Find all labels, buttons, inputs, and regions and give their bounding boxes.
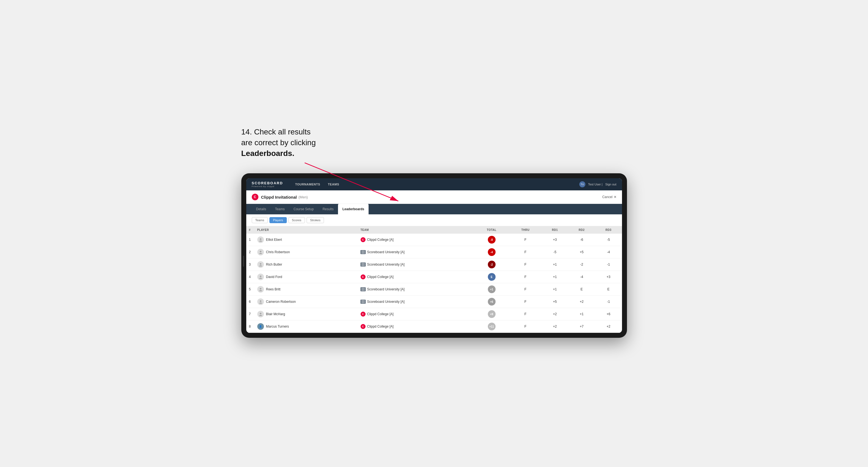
outer-wrapper: 14. Check all results are correct by cli… <box>241 129 627 338</box>
svg-point-11 <box>259 290 262 291</box>
rd1-cell: +1 <box>541 258 568 271</box>
col-rd1: RD1 <box>541 226 568 234</box>
table-row: 1Elliot EbertCClippd College [A]-8F+3-6-… <box>246 234 622 246</box>
svg-point-15 <box>259 315 262 316</box>
team-icon: C <box>361 274 366 279</box>
team-cell: CClippd College [A] <box>358 320 474 333</box>
player-avatar <box>257 249 264 255</box>
rd3-cell: E <box>595 283 622 295</box>
table-row: 2Chris RobertsonScoreboard University [A… <box>246 246 622 258</box>
rd3-cell: -4 <box>595 246 622 258</box>
team-cell: Scoreboard University [A] <box>358 258 474 271</box>
leaderboard-table: # PLAYER TEAM TOTAL THRU RD1 RD2 RD3 1El… <box>246 226 622 333</box>
team-cell: CClippd College [A] <box>358 234 474 246</box>
nav-teams[interactable]: TEAMS <box>324 178 343 190</box>
tablet-side-button <box>243 256 244 267</box>
rank-cell: 4 <box>246 271 254 283</box>
total-cell: -2 <box>474 258 509 271</box>
player-avatar <box>257 311 264 317</box>
svg-point-12 <box>260 300 261 302</box>
rd3-cell: -1 <box>595 258 622 271</box>
filter-players[interactable]: Players <box>270 217 287 223</box>
tab-leaderboards[interactable]: Leaderboards <box>338 204 369 214</box>
rd1-cell: +1 <box>541 271 568 283</box>
rd3-cell: -1 <box>595 295 622 308</box>
player-cell: David Ford <box>254 271 358 283</box>
rd1-cell: +5 <box>541 295 568 308</box>
instruction-line1: 14. Check all results <box>241 128 311 136</box>
team-icon <box>361 300 366 304</box>
thru-cell: F <box>509 283 541 295</box>
team-cell: Scoreboard University [A] <box>358 246 474 258</box>
score-badge: +6 <box>488 298 496 306</box>
filter-teams[interactable]: Teams <box>252 217 268 223</box>
team-cell: Scoreboard University [A] <box>358 295 474 308</box>
player-cell: Rees Britt <box>254 283 358 295</box>
rank-cell: 7 <box>246 308 254 320</box>
rd3-cell: +6 <box>595 308 622 320</box>
filter-strokes[interactable]: Strokes <box>307 217 324 223</box>
team-name: Scoreboard University [A] <box>367 287 405 291</box>
rd3-cell: -5 <box>595 234 622 246</box>
rd1-cell: +2 <box>541 308 568 320</box>
score-badge: +11 <box>488 323 496 330</box>
col-thru: THRU <box>509 226 541 234</box>
thru-cell: F <box>509 295 541 308</box>
signout-button[interactable]: Sign out <box>605 183 616 186</box>
tournament-icon: C <box>252 194 258 200</box>
app-header: SCOREBOARD Powered by clippd TOURNAMENTS… <box>246 178 622 190</box>
rank-cell: 2 <box>246 246 254 258</box>
col-team: TEAM <box>358 226 474 234</box>
svg-point-5 <box>259 253 262 254</box>
cancel-button[interactable]: Cancel ✕ <box>602 195 616 199</box>
player-cell: Chris Robertson <box>254 246 358 258</box>
rd1-cell: +3 <box>541 234 568 246</box>
tab-details[interactable]: Details <box>252 204 271 214</box>
rank-cell: 1 <box>246 234 254 246</box>
svg-point-3 <box>259 241 262 242</box>
player-cell: 👤Marcus Turners <box>254 320 358 333</box>
rd1-cell: +2 <box>541 320 568 333</box>
player-cell: Blair McHarg <box>254 308 358 320</box>
team-icon <box>361 262 366 267</box>
player-name: Elliot Ebert <box>266 238 282 242</box>
filter-scores[interactable]: Scores <box>288 217 305 223</box>
total-cell: E <box>474 271 509 283</box>
player-name: Rich Butler <box>266 262 282 267</box>
table-body: 1Elliot EbertCClippd College [A]-8F+3-6-… <box>246 234 622 333</box>
svg-point-6 <box>260 263 261 265</box>
table-row: 5Rees BrittScoreboard University [A]+1F+… <box>246 283 622 295</box>
total-cell: -8 <box>474 234 509 246</box>
header-nav: TOURNAMENTS TEAMS <box>291 178 579 190</box>
col-player: PLAYER <box>254 226 358 234</box>
tournament-subtitle: (Men) <box>299 195 308 199</box>
nav-tournaments[interactable]: TOURNAMENTS <box>291 178 324 190</box>
col-rd2: RD2 <box>568 226 595 234</box>
rd3-cell: +2 <box>595 320 622 333</box>
rd2-cell: +1 <box>568 308 595 320</box>
player-avatar: 👤 <box>257 323 264 330</box>
score-badge: -4 <box>488 248 496 256</box>
rank-cell: 8 <box>246 320 254 333</box>
instruction-block: 14. Check all results are correct by cli… <box>241 126 316 159</box>
team-name: Scoreboard University [A] <box>367 262 405 267</box>
rd2-cell: +2 <box>568 295 595 308</box>
svg-point-14 <box>260 313 261 314</box>
table-row: 8👤Marcus TurnersCClippd College [A]+11F+… <box>246 320 622 333</box>
tournament-title: Clippd Invitational <box>261 195 297 199</box>
tab-course-setup[interactable]: Course Setup <box>289 204 318 214</box>
player-name: David Ford <box>266 275 282 279</box>
tab-results[interactable]: Results <box>318 204 338 214</box>
team-name: Clippd College [A] <box>367 238 394 242</box>
score-badge: -2 <box>488 261 496 268</box>
team-name: Clippd College [A] <box>367 312 394 316</box>
thru-cell: F <box>509 258 541 271</box>
total-cell: +6 <box>474 295 509 308</box>
rd1-cell: +1 <box>541 283 568 295</box>
team-cell: CClippd College [A] <box>358 271 474 283</box>
player-name: Marcus Turners <box>266 324 289 329</box>
tablet-frame: SCOREBOARD Powered by clippd TOURNAMENTS… <box>241 173 627 338</box>
team-name: Clippd College [A] <box>367 324 394 329</box>
player-avatar <box>257 237 264 243</box>
tab-teams[interactable]: Teams <box>271 204 289 214</box>
